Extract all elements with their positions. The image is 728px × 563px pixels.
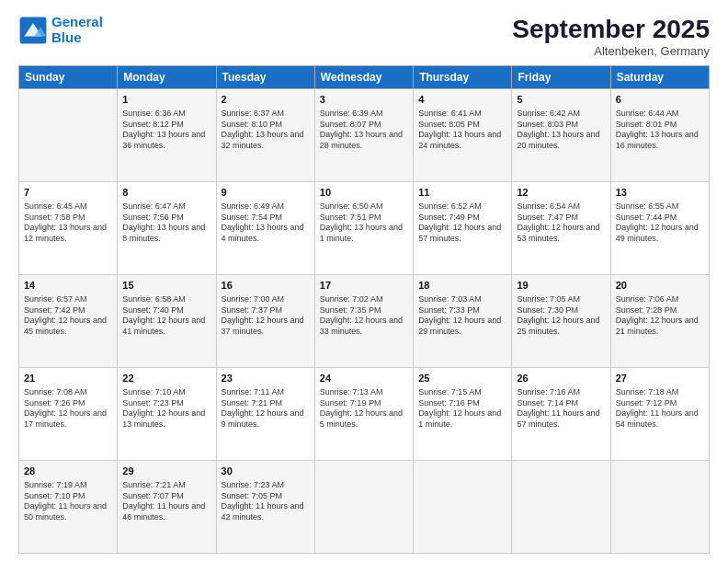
cell-info: Sunrise: 6:52 AMSunset: 7:49 PMDaylight:… [418, 201, 506, 245]
calendar-cell: 26Sunrise: 7:16 AMSunset: 7:14 PMDayligh… [512, 368, 610, 461]
cell-info: Sunrise: 6:47 AMSunset: 7:56 PMDaylight:… [122, 201, 210, 245]
cell-info: Sunrise: 7:10 AMSunset: 7:23 PMDaylight:… [122, 387, 210, 431]
cell-info: Sunrise: 6:44 AMSunset: 8:01 PMDaylight:… [616, 109, 704, 152]
day-number: 6 [616, 93, 704, 107]
cell-info: Sunrise: 7:16 AMSunset: 7:14 PMDaylight:… [517, 387, 605, 431]
title-block: September 2025 Altenbeken, Germany [512, 15, 710, 58]
cell-info: Sunrise: 6:54 AMSunset: 7:47 PMDaylight:… [517, 201, 605, 245]
calendar-cell: 9Sunrise: 6:49 AMSunset: 7:54 PMDaylight… [216, 182, 314, 275]
cell-info: Sunrise: 7:18 AMSunset: 7:12 PMDaylight:… [616, 387, 704, 431]
day-number: 5 [517, 93, 605, 107]
day-number: 9 [222, 186, 310, 200]
calendar-cell [19, 89, 118, 182]
calendar-cell [610, 461, 709, 554]
calendar-cell: 14Sunrise: 6:57 AMSunset: 7:42 PMDayligh… [19, 275, 118, 368]
calendar-cell: 13Sunrise: 6:55 AMSunset: 7:44 PMDayligh… [610, 182, 709, 275]
day-number: 14 [24, 279, 112, 293]
calendar-cell: 15Sunrise: 6:58 AMSunset: 7:40 PMDayligh… [118, 275, 216, 368]
cell-info: Sunrise: 7:11 AMSunset: 7:21 PMDaylight:… [222, 387, 310, 431]
cell-info: Sunrise: 6:45 AMSunset: 7:58 PMDaylight:… [24, 201, 112, 245]
cell-info: Sunrise: 6:55 AMSunset: 7:44 PMDaylight:… [616, 201, 704, 245]
calendar-cell [414, 461, 512, 554]
logo: General Blue [18, 15, 103, 45]
day-number: 2 [222, 93, 310, 107]
calendar-cell: 6Sunrise: 6:44 AMSunset: 8:01 PMDaylight… [610, 89, 709, 182]
calendar-cell: 29Sunrise: 7:21 AMSunset: 7:07 PMDayligh… [118, 461, 216, 554]
col-sunday: Sunday [19, 66, 118, 89]
cell-info: Sunrise: 6:58 AMSunset: 7:40 PMDaylight:… [122, 294, 210, 338]
calendar-table: Sunday Monday Tuesday Wednesday Thursday… [18, 65, 710, 554]
cell-info: Sunrise: 7:19 AMSunset: 7:10 PMDaylight:… [24, 480, 112, 523]
col-friday: Friday [512, 66, 610, 89]
day-number: 30 [222, 465, 310, 478]
cell-info: Sunrise: 7:06 AMSunset: 7:28 PMDaylight:… [616, 294, 704, 338]
calendar-cell: 3Sunrise: 6:39 AMSunset: 8:07 PMDaylight… [314, 89, 413, 182]
cell-info: Sunrise: 6:41 AMSunset: 8:05 PMDaylight:… [418, 109, 506, 152]
day-number: 8 [122, 186, 210, 200]
day-number: 4 [418, 93, 506, 107]
cell-info: Sunrise: 6:50 AMSunset: 7:51 PMDaylight:… [320, 201, 408, 245]
calendar-cell: 17Sunrise: 7:02 AMSunset: 7:35 PMDayligh… [314, 275, 413, 368]
day-number: 19 [517, 279, 605, 293]
calendar-body: 1Sunrise: 6:36 AMSunset: 8:12 PMDaylight… [19, 89, 710, 554]
calendar-cell: 28Sunrise: 7:19 AMSunset: 7:10 PMDayligh… [19, 461, 118, 554]
day-number: 16 [222, 279, 310, 293]
calendar-cell: 4Sunrise: 6:41 AMSunset: 8:05 PMDaylight… [414, 89, 512, 182]
cell-info: Sunrise: 7:02 AMSunset: 7:35 PMDaylight:… [320, 294, 408, 338]
day-number: 23 [222, 372, 310, 385]
day-number: 3 [320, 93, 408, 107]
calendar-week-3: 14Sunrise: 6:57 AMSunset: 7:42 PMDayligh… [19, 275, 710, 368]
col-monday: Monday [118, 66, 216, 89]
day-number: 22 [122, 372, 210, 385]
day-number: 25 [418, 372, 506, 385]
logo-text: General Blue [51, 15, 103, 45]
logo-icon [18, 16, 48, 45]
day-number: 15 [122, 279, 210, 293]
calendar-cell: 11Sunrise: 6:52 AMSunset: 7:49 PMDayligh… [414, 182, 512, 275]
calendar-cell: 12Sunrise: 6:54 AMSunset: 7:47 PMDayligh… [512, 182, 610, 275]
day-number: 12 [517, 186, 605, 200]
calendar-week-1: 1Sunrise: 6:36 AMSunset: 8:12 PMDaylight… [19, 89, 710, 182]
day-number: 13 [616, 186, 704, 200]
calendar-cell: 20Sunrise: 7:06 AMSunset: 7:28 PMDayligh… [610, 275, 709, 368]
logo-line2: Blue [51, 29, 82, 45]
cell-info: Sunrise: 6:42 AMSunset: 8:03 PMDaylight:… [517, 109, 605, 152]
calendar-cell: 23Sunrise: 7:11 AMSunset: 7:21 PMDayligh… [216, 368, 314, 461]
calendar-week-4: 21Sunrise: 7:08 AMSunset: 7:26 PMDayligh… [19, 368, 710, 461]
calendar-cell: 2Sunrise: 6:37 AMSunset: 8:10 PMDaylight… [216, 89, 314, 182]
cell-info: Sunrise: 7:05 AMSunset: 7:30 PMDaylight:… [517, 294, 605, 338]
col-wednesday: Wednesday [314, 66, 413, 89]
cell-info: Sunrise: 7:13 AMSunset: 7:19 PMDaylight:… [320, 387, 408, 431]
calendar-cell: 16Sunrise: 7:00 AMSunset: 7:37 PMDayligh… [216, 275, 314, 368]
day-number: 1 [122, 93, 210, 107]
calendar-cell: 1Sunrise: 6:36 AMSunset: 8:12 PMDaylight… [118, 89, 216, 182]
header: General Blue September 2025 Altenbeken, … [18, 15, 710, 58]
day-number: 17 [320, 279, 408, 293]
calendar-cell: 18Sunrise: 7:03 AMSunset: 7:33 PMDayligh… [414, 275, 512, 368]
calendar-cell: 8Sunrise: 6:47 AMSunset: 7:56 PMDaylight… [118, 182, 216, 275]
day-number: 24 [320, 372, 408, 385]
cell-info: Sunrise: 7:00 AMSunset: 7:37 PMDaylight:… [222, 294, 310, 338]
calendar-cell: 5Sunrise: 6:42 AMSunset: 8:03 PMDaylight… [512, 89, 610, 182]
day-number: 18 [418, 279, 506, 293]
day-number: 29 [122, 465, 210, 478]
day-number: 26 [517, 372, 605, 385]
cell-info: Sunrise: 7:23 AMSunset: 7:05 PMDaylight:… [222, 480, 310, 523]
cell-info: Sunrise: 6:36 AMSunset: 8:12 PMDaylight:… [122, 109, 210, 152]
calendar-cell: 21Sunrise: 7:08 AMSunset: 7:26 PMDayligh… [19, 368, 118, 461]
calendar-week-2: 7Sunrise: 6:45 AMSunset: 7:58 PMDaylight… [19, 182, 710, 275]
cell-info: Sunrise: 6:39 AMSunset: 8:07 PMDaylight:… [320, 109, 408, 152]
cell-info: Sunrise: 6:49 AMSunset: 7:54 PMDaylight:… [222, 201, 310, 245]
logo-line1: General [51, 14, 103, 29]
page: General Blue September 2025 Altenbeken, … [0, 0, 728, 563]
calendar-header: Sunday Monday Tuesday Wednesday Thursday… [19, 66, 710, 89]
calendar-cell [314, 461, 413, 554]
header-row: Sunday Monday Tuesday Wednesday Thursday… [19, 66, 710, 89]
day-number: 28 [24, 465, 112, 478]
calendar-cell: 24Sunrise: 7:13 AMSunset: 7:19 PMDayligh… [314, 368, 413, 461]
col-tuesday: Tuesday [216, 66, 314, 89]
day-number: 10 [320, 186, 408, 200]
calendar-cell: 25Sunrise: 7:15 AMSunset: 7:16 PMDayligh… [414, 368, 512, 461]
cell-info: Sunrise: 7:21 AMSunset: 7:07 PMDaylight:… [122, 480, 210, 523]
cell-info: Sunrise: 7:03 AMSunset: 7:33 PMDaylight:… [418, 294, 506, 338]
